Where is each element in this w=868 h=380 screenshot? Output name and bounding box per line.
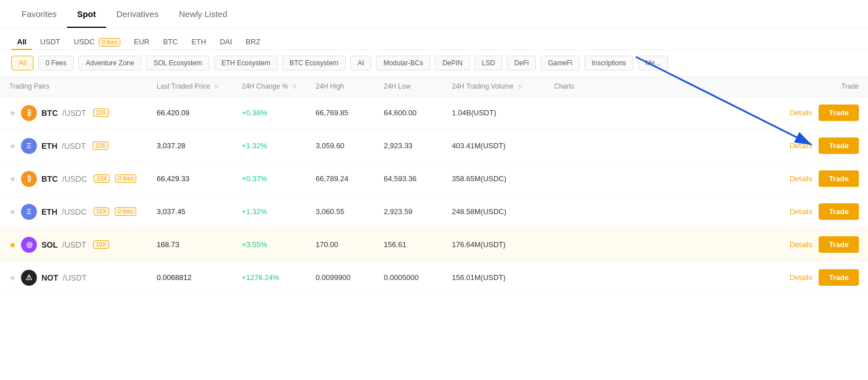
currency-tab-eur[interactable]: EUR (128, 34, 155, 49)
currency-tab-dai[interactable]: DAI (214, 34, 238, 49)
trade-button[interactable]: Trade (819, 105, 859, 121)
col-header-volume[interactable]: 24H Trading Volume ⇅ (443, 77, 545, 97)
details-link[interactable]: Details (790, 207, 812, 216)
details-link[interactable]: Details (790, 108, 812, 117)
col-header-trading-pairs: Trading Pairs (0, 77, 148, 97)
sort-price-icon: ⇅ (214, 83, 219, 90)
price-change: +0.38% (233, 97, 307, 130)
filter-lsd[interactable]: LSD (475, 56, 502, 70)
col-header-low: 24H Low (375, 77, 443, 97)
pair-quote: /USDT (62, 108, 86, 118)
24h-high: 170.00 (307, 228, 375, 261)
star-icon[interactable]: ★ (9, 240, 16, 249)
col-header-last-price[interactable]: Last Traded Price ⇅ (148, 77, 233, 97)
actions-cell: Details Trade (602, 228, 868, 261)
star-icon[interactable]: ★ (9, 174, 16, 183)
filter-gamefi[interactable]: GameFi (540, 56, 580, 70)
filter-sol-ecosystem[interactable]: SOL Ecosystem (146, 56, 209, 70)
filter-inscriptions[interactable]: Inscriptions (584, 56, 634, 70)
star-icon[interactable]: ★ (9, 273, 16, 282)
filter-defi[interactable]: DeFi (507, 56, 536, 70)
star-icon[interactable]: ★ (9, 141, 16, 151)
24h-volume: 156.01M(USDT) (443, 261, 545, 294)
pair-cell: ★ Ξ ETH /USDC 10X 0 fees (9, 204, 139, 220)
pair-quote: /USDT (62, 240, 86, 249)
currency-tab-all[interactable]: All (11, 34, 32, 49)
price-change: +0.37% (233, 162, 307, 195)
charts-cell (545, 130, 602, 162)
24h-high: 0.0099900 (307, 261, 375, 294)
pair-cell: ★ Ξ ETH /USDT 10X (9, 138, 139, 154)
currency-tab-btc[interactable]: BTC (157, 34, 183, 49)
filter-modular-bcs[interactable]: Modular-BCs (376, 56, 430, 70)
pair-base: ETH (41, 141, 57, 151)
top-tabs: Favorites Spot Derivatives Newly Listed (0, 0, 868, 28)
pair-base: NOT (41, 273, 58, 282)
price-change: +3.55% (233, 228, 307, 261)
trade-button[interactable]: Trade (819, 137, 859, 154)
currency-tab-eth[interactable]: ETH (186, 34, 212, 49)
tab-derivatives[interactable]: Derivatives (106, 0, 169, 28)
24h-volume: 1.04B(USDT) (443, 97, 545, 130)
pair-quote: /USDT (62, 141, 86, 151)
24h-high: 3,059.60 (307, 130, 375, 162)
leverage-badge: 10X (94, 174, 110, 183)
sort-change-icon: ⇅ (292, 83, 297, 90)
star-icon[interactable]: ★ (9, 108, 16, 118)
pair-quote: /USDC (62, 174, 87, 183)
trade-button[interactable]: Trade (819, 170, 859, 187)
filter-me[interactable]: Me... (638, 56, 668, 70)
24h-low: 64,593.36 (375, 162, 443, 195)
details-link[interactable]: Details (790, 174, 812, 183)
zero-fee-tag: 0 fees (115, 174, 136, 183)
filter-btc-ecosystem[interactable]: BTC Ecosystem (282, 56, 346, 70)
table-row: ★ ₿ BTC /USDC 10X 0 fees 66,429.33 +0.37… (0, 162, 868, 195)
coin-icon: ⚠ (21, 270, 37, 286)
charts-cell (545, 97, 602, 130)
leverage-badge: 10X (93, 141, 108, 150)
coin-icon: ₿ (21, 171, 37, 187)
trade-button[interactable]: Trade (819, 269, 859, 286)
filter-depin[interactable]: DePIN (435, 56, 469, 70)
details-link[interactable]: Details (790, 141, 812, 150)
pair-base: ETH (41, 207, 57, 216)
actions-cell: Details Trade (602, 261, 868, 294)
charts-cell (545, 162, 602, 195)
currency-tab-usdc[interactable]: USDC 0 fees (68, 34, 126, 49)
filter-ai[interactable]: AI (350, 56, 371, 70)
leverage-badge: 10X (93, 240, 109, 249)
details-link[interactable]: Details (790, 273, 812, 282)
zero-fee-tag: 0 fees (115, 207, 136, 216)
currency-tab-usdt[interactable]: USDT (35, 34, 66, 49)
filter-all[interactable]: All (11, 56, 33, 70)
tab-newly-listed[interactable]: Newly Listed (169, 0, 237, 28)
actions-cell: Details Trade (602, 97, 868, 130)
filter-adventure-zone[interactable]: Adventure Zone (78, 56, 141, 70)
24h-high: 3,060.55 (307, 195, 375, 228)
star-icon[interactable]: ★ (9, 207, 16, 216)
24h-volume: 358.65M(USDC) (443, 162, 545, 195)
coin-icon: Ξ (21, 204, 37, 220)
actions-cell: Details Trade (602, 195, 868, 228)
table-row: ★ ₿ BTC /USDT 10X 66,420.09 +0.38% 66,76… (0, 97, 868, 130)
tab-spot[interactable]: Spot (67, 0, 106, 28)
charts-cell (545, 261, 602, 294)
currency-tab-brz[interactable]: BRZ (240, 34, 266, 49)
24h-volume: 248.58M(USDC) (443, 195, 545, 228)
trade-button[interactable]: Trade (819, 203, 859, 220)
table-row: ★ ⚠ NOT /USDT 0.0068812 +1276.24% 0.0099… (0, 261, 868, 294)
pair-cell: ★ ⚠ NOT /USDT (9, 270, 139, 286)
last-price: 66,429.33 (148, 162, 233, 195)
col-header-charts: Charts (545, 77, 602, 97)
trade-button[interactable]: Trade (819, 236, 859, 253)
col-header-change[interactable]: 24H Change % ⇅ (233, 77, 307, 97)
last-price: 0.0068812 (148, 261, 233, 294)
tab-favorites[interactable]: Favorites (11, 0, 67, 28)
price-change: +1276.24% (233, 261, 307, 294)
trading-table: Trading Pairs Last Traded Price ⇅ 24H Ch… (0, 77, 868, 294)
filter-eth-ecosystem[interactable]: ETH Ecosystem (214, 56, 278, 70)
table-row: ★ Ξ ETH /USDT 10X 3,037.28 +1.32% 3,059.… (0, 130, 868, 162)
charts-cell (545, 228, 602, 261)
filter-0fees[interactable]: 0 Fees (38, 56, 74, 70)
details-link[interactable]: Details (790, 240, 812, 249)
